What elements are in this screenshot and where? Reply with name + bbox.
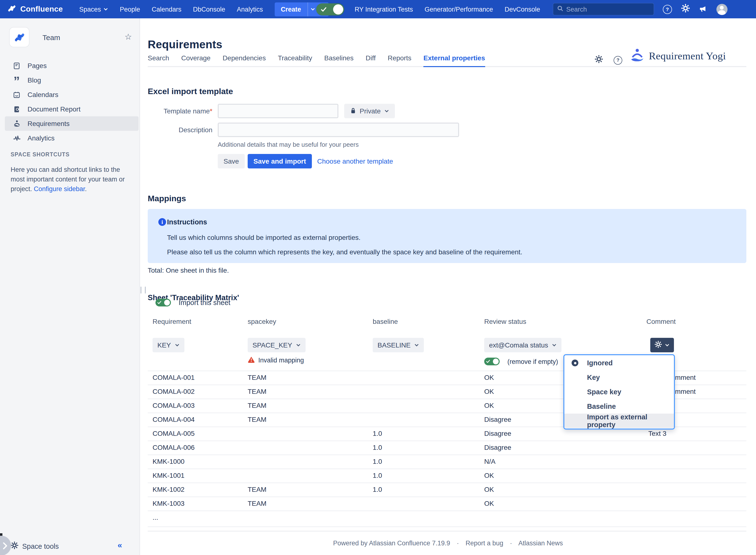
tab-dependencies[interactable]: Dependencies [222,54,266,66]
cell-baseline: 1.0 [373,427,382,440]
table-row[interactable]: KMK-1000 1.0 N/A [148,455,746,469]
sidebar-item-analytics[interactable]: Analytics [5,131,138,145]
sidebar-item-label: Calendars [28,91,58,98]
spacekey-mapping-dropdown[interactable]: SPACE_KEY [248,338,305,352]
menu-item-ignored[interactable]: Ignored [564,356,674,370]
instructions-line2: Please also tell us the column which rep… [167,248,522,256]
remove-if-empty-toggle[interactable] [484,357,500,365]
drag-handle-icon[interactable] [140,287,146,293]
cell-review-status: Disagree [484,413,511,426]
megaphone-icon[interactable] [699,4,707,14]
description-input[interactable] [218,123,459,137]
space-tools-button[interactable]: Space tools [11,542,59,551]
yogi-icon [12,120,21,127]
table-row[interactable]: KMK-1001 1.0 OK [148,469,746,483]
cell-requirement-key: KMK-1000 [153,455,184,468]
favorite-star-icon[interactable]: ☆ [125,33,132,41]
toggle-knob [333,4,343,14]
cell-review-status: OK [484,371,494,384]
nav-item-people[interactable]: People [120,6,140,13]
table-row[interactable]: KMK-1002 TEAM 1.0 OK [148,483,746,497]
space-header[interactable]: Team [10,28,60,47]
baseline-mapping-dropdown[interactable]: BASELINE [373,338,424,352]
menu-item-label: Ignored [587,359,613,367]
shortcuts-suffix: . [85,185,87,193]
content-divider [148,531,746,531]
document-report-icon [12,105,21,113]
invalid-mapping-label: Invalid mapping [258,357,304,364]
tab-diff[interactable]: Diff [366,54,376,66]
mapping-value: BASELINE [378,341,411,349]
tab-baselines[interactable]: Baselines [324,54,353,66]
sidebar-item-requirements[interactable]: Requirements [5,116,138,131]
cell-requirement-key: COMALA-002 [153,385,195,398]
settings-gear-icon[interactable] [595,55,603,65]
help-icon[interactable]: ? [663,5,672,14]
nav-item-dbconsole[interactable]: DbConsole [193,6,225,13]
atlassian-news-link[interactable]: Atlassian News [518,540,563,547]
menu-item-import-as-external-property[interactable]: Import as external property [564,414,674,428]
mapping-value: SPACE_KEY [252,341,292,349]
requirement-mapping-dropdown[interactable]: KEY [153,338,184,352]
calendar-icon [12,91,21,98]
gear-icon[interactable] [681,4,690,14]
comment-mapping-dropdown[interactable] [650,338,674,352]
description-label: Description [145,126,212,134]
choose-another-template-link[interactable]: Choose another template [317,157,393,165]
cell-spacekey: TEAM [248,483,266,496]
cell-baseline: 1.0 [373,455,382,468]
cell-spacekey: TEAM [248,371,266,384]
sidebar-menu: Pages ” Blog Calendars Document Report R… [0,58,139,145]
template-name-input[interactable] [218,104,338,118]
sidebar-item-label: Analytics [28,134,54,142]
nav-item-generator-performance[interactable]: Generator/Performance [425,6,493,13]
menu-item-space-key[interactable]: Space key [564,385,674,399]
gear-icon [655,341,662,349]
tab-search[interactable]: Search [148,54,169,66]
sidebar-expand-handle[interactable] [0,536,11,555]
review-status-mapping-dropdown[interactable]: ext@Comala status [484,338,562,352]
nav-item-calendars[interactable]: Calendars [152,6,181,13]
app-viewport: Confluence Spaces People Calendars DbCon… [0,0,756,555]
page-title: Requirements [148,38,222,51]
sidebar-item-document-report[interactable]: Document Report [5,102,138,116]
menu-item-key[interactable]: Key [564,370,674,385]
template-name-label-text: Template name [164,107,210,115]
save-button[interactable]: Save [218,154,245,168]
main-content: Requirements Search Coverage Dependencie… [140,18,756,555]
save-and-import-button[interactable]: Save and import [248,154,312,168]
tab-external-properties[interactable]: External properties [423,54,485,67]
column-mapping-menu: Ignored Key Space key Baseline Import as… [563,354,675,430]
global-search-input[interactable]: Search [553,3,654,15]
chevron-down-icon [296,343,301,347]
configure-sidebar-link[interactable]: Configure sidebar [34,185,85,193]
nav-item-devconsole[interactable]: DevConsole [505,6,540,13]
menu-item-baseline[interactable]: Baseline [564,399,674,414]
collapse-sidebar-button[interactable]: « [118,541,122,550]
sidebar-item-pages[interactable]: Pages [5,58,138,73]
tab-traceability[interactable]: Traceability [278,54,312,66]
table-row[interactable]: ... [148,511,746,527]
sidebar-item-blog[interactable]: ” Blog [5,73,138,87]
sidebar-item-calendars[interactable]: Calendars [5,87,138,102]
total-sheets-text: Total: One sheet in this file. [148,266,229,274]
table-row[interactable]: KMK-1003 TEAM OK [148,497,746,511]
create-button[interactable]: Create [275,2,307,16]
dark-feature-toggle[interactable] [316,3,344,15]
report-a-bug-link[interactable]: Report a bug [466,540,503,547]
help-icon[interactable]: ? [614,56,622,65]
space-shortcuts-text: Here you can add shortcut links to the m… [11,165,132,194]
visibility-dropdown[interactable]: Private [344,104,395,118]
nav-item-analytics[interactable]: Analytics [237,6,263,13]
cell-review-status: OK [484,399,494,412]
confluence-brand[interactable]: Confluence [7,3,63,15]
user-avatar[interactable] [716,4,727,15]
nav-item-spaces[interactable]: Spaces [79,6,108,13]
excel-import-heading: Excel import template [148,87,233,96]
import-sheet-toggle[interactable] [156,299,171,306]
mappings-heading: Mappings [148,194,186,204]
tab-reports[interactable]: Reports [388,54,411,66]
tab-coverage[interactable]: Coverage [181,54,210,66]
table-row[interactable]: COMALA-006 1.0 Disagree [148,441,746,455]
nav-item-ry-integration-tests[interactable]: RY Integration Tests [354,6,413,13]
